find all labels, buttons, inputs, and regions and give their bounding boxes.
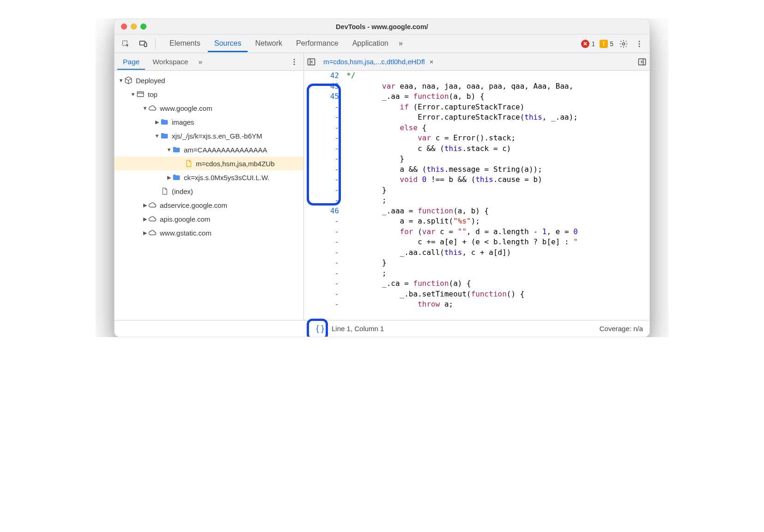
more-navigator-tabs[interactable]: » [195,54,205,70]
close-window-button[interactable] [121,24,127,30]
tree-item[interactable]: ▶m=cdos,hsm,jsa,mb4ZUb [115,157,303,170]
line-number[interactable]: - [304,164,339,175]
disclosure-triangle-icon[interactable]: ▼ [154,133,160,139]
minimize-window-button[interactable] [131,24,137,30]
open-file-tab[interactable]: m=cdos,hsm,jsa,...c,dtl0hd,eHDfl × [319,55,438,68]
warning-count-badge[interactable]: ! 5 [599,39,614,49]
code-line: ; [346,268,647,279]
more-tabs-button[interactable]: » [396,35,406,52]
tab-page[interactable]: Page [117,54,145,70]
disclosure-triangle-icon[interactable]: ▶ [166,175,172,181]
window-controls [121,24,146,30]
tree-item[interactable]: ▶www.gstatic.com [115,226,303,240]
tree-item[interactable]: ▼am=CAAAAAAAAAAAAAA [115,143,303,157]
tree-item-label: m=cdos,hsm,jsa,mb4ZUb [196,160,274,168]
warning-icon: ! [600,40,608,48]
tree-item[interactable]: ▶(index) [115,184,303,198]
toggle-debugger-icon[interactable] [637,57,647,66]
navigator-tabs: Page Workspace » [115,53,304,70]
line-number[interactable]: - [304,278,339,289]
tree-item[interactable]: ▶ck=xjs.s.0Mx5ys3sCUI.L.W. [115,170,303,184]
line-number[interactable]: 46 [304,206,339,217]
tree-item-label: adservice.google.com [160,201,227,209]
line-number[interactable]: 42 [304,71,339,81]
secondary-toolbar: Page Workspace » m=cdos,hsm,jsa,...c,dtl… [115,53,649,71]
tree-item[interactable]: ▼top [115,87,303,101]
tree-item[interactable]: ▶apis.google.com [115,212,303,226]
line-number[interactable]: - [304,227,339,237]
tree-item[interactable]: ▼Deployed [115,73,303,87]
line-number[interactable]: - [304,123,339,133]
code-line: a = a.split("%s"); [346,216,647,227]
code-content[interactable]: */ var eaa, naa, jaa, oaa, paa, qaa, Aaa… [344,71,649,320]
tree-item[interactable]: ▶adservice.google.com [115,198,303,212]
line-number[interactable]: - [304,133,339,144]
tab-application[interactable]: Application [346,35,395,52]
line-gutter[interactable]: 424345----------46--------- [304,71,344,320]
close-tab-icon[interactable]: × [430,58,434,66]
disclosure-triangle-icon[interactable]: ▼ [130,91,136,97]
line-number[interactable]: - [304,248,339,258]
pretty-print-icon[interactable]: { } [313,324,327,333]
tab-performance[interactable]: Performance [290,35,345,52]
tab-network[interactable]: Network [249,35,289,52]
disclosure-triangle-icon[interactable]: ▶ [142,230,148,236]
folder-icon [160,117,169,127]
inspect-element-icon[interactable] [118,36,133,51]
tab-sources[interactable]: Sources [208,35,248,52]
line-number[interactable]: - [304,237,339,248]
svg-point-6 [639,45,640,47]
line-number[interactable]: - [304,299,339,310]
more-options-icon[interactable] [633,37,646,50]
toggle-navigator-icon[interactable] [307,57,316,66]
error-count-badge[interactable]: ✕ 1 [580,39,596,49]
settings-icon[interactable] [617,37,630,50]
line-number[interactable]: - [304,258,339,268]
file-navigator[interactable]: ▼Deployed▼top▼www.google.com▶images▼xjs/… [115,71,304,320]
line-number[interactable]: 45 [304,91,339,102]
tab-workspace[interactable]: Workspace [147,54,194,70]
code-line: Error.captureStackTrace(this, _.aa); [346,112,647,123]
code-line: ; [346,195,647,206]
tree-item[interactable]: ▼www.google.com [115,101,303,115]
code-line: _.ca = function(a) { [346,278,647,289]
file-tab-name: m=cdos,hsm,jsa,...c,dtl0hd,eHDfl [323,58,425,66]
disclosure-triangle-icon[interactable]: ▼ [118,78,124,83]
disclosure-triangle-icon[interactable]: ▼ [142,105,148,111]
svg-rect-14 [137,92,144,97]
code-editor[interactable]: 424345----------46--------- */ var eaa, … [304,71,649,320]
code-line: _.aa.call(this, c + a[d]) [346,248,647,258]
line-number[interactable]: - [304,185,339,196]
device-toolbar-icon[interactable] [136,36,151,51]
file-js-icon [184,159,193,168]
disclosure-triangle-icon[interactable]: ▼ [166,147,172,152]
disclosure-triangle-icon[interactable]: ▶ [154,119,160,125]
window-icon [136,90,145,99]
line-number[interactable]: - [304,112,339,123]
warning-count: 5 [610,40,613,48]
navigator-more-icon[interactable] [288,55,301,68]
line-number[interactable]: - [304,216,339,227]
zoom-window-button[interactable] [140,24,146,30]
code-line: } [346,258,647,268]
disclosure-triangle-icon[interactable]: ▶ [142,202,148,208]
tree-item[interactable]: ▶images [115,115,303,129]
panel-tabs: Elements Sources Network Performance App… [163,35,406,52]
code-line: _.aa = function(a, b) { [346,91,647,102]
line-number[interactable]: - [304,154,339,164]
line-number[interactable]: - [304,144,339,154]
tree-item-label: (index) [172,187,193,195]
svg-point-4 [639,41,640,42]
line-number[interactable]: - [304,195,339,206]
tree-item[interactable]: ▼xjs/_/js/k=xjs.s.en_GB.-b6YM [115,129,303,143]
disclosure-triangle-icon[interactable]: ▶ [142,216,148,222]
line-number[interactable]: 43 [304,81,339,92]
code-line: if (Error.captureStackTrace) [346,102,647,113]
line-number[interactable]: - [304,175,339,185]
tab-elements[interactable]: Elements [163,35,207,52]
titlebar: DevTools - www.google.com/ [115,19,649,35]
line-number[interactable]: - [304,268,339,279]
error-count: 1 [591,40,595,48]
line-number[interactable]: - [304,289,339,300]
line-number[interactable]: - [304,102,339,113]
